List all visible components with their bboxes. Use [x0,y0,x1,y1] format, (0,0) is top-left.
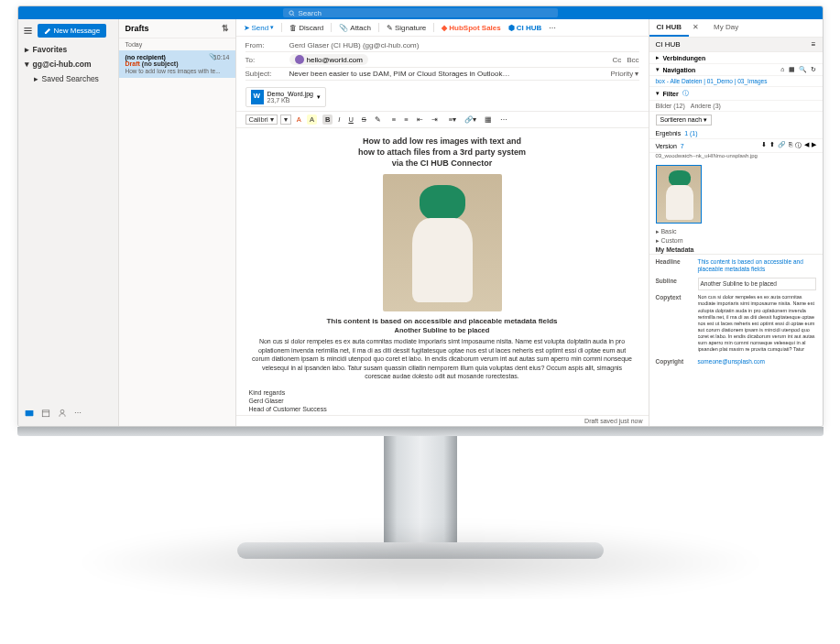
body-headline-2: how to attach files from a 3rd party sys… [249,147,636,158]
cc-button[interactable]: Cc [612,56,621,64]
panel-tab-close[interactable]: ✕ [685,19,706,37]
to-field[interactable]: To: hello@world.com CcBcc [245,52,639,68]
link-icon[interactable]: 🔗 [778,141,786,150]
panel-result: Ergebnis 1 (1) [649,128,823,139]
underline-button[interactable]: U [345,115,355,125]
panel-connections[interactable]: ▸Verbindungen [649,52,823,64]
meta-custom[interactable]: ▸ Custom [649,236,823,246]
nav-more-icon[interactable]: ⋯ [74,409,82,418]
hamburger-icon[interactable] [23,26,33,36]
nav-account[interactable]: ▾gg@ci-hub.com [23,57,114,71]
draft-item[interactable]: (no recipient) 📎 Draft (no subject) 10:1… [119,50,235,78]
body-headline-3: via the CI HUB Connector [249,158,636,169]
global-search[interactable]: Search [283,8,558,17]
panel-navigation[interactable]: ▾Navigation ⌂ ▦ 🔍 ↻ [649,64,823,76]
filter-icon[interactable]: ⇅ [222,24,229,33]
clear-format[interactable]: ✎ [372,115,384,125]
meta-mymetadata[interactable]: My Metadata [649,246,823,254]
link[interactable]: 🔗▾ [462,115,479,125]
recipient-pill[interactable]: hello@world.com [289,54,368,65]
meta-subline-value[interactable]: Another Subline to be placed [698,278,816,290]
sort-select[interactable]: Sortieren nach ▾ [656,115,712,126]
compose-toolbar: ➤Send▾ 🗑Discard 📎Attach ✎Signature ◆HubS… [236,19,649,37]
info-icon[interactable]: ⓘ [795,141,802,150]
subject-field[interactable]: Subject: Never been easier to use DAM, P… [245,68,639,81]
panel-breadcrumbs[interactable]: box - Alle Dateien | 01_Demo | 03_Images [649,76,823,87]
priority-button[interactable]: Priority ▾ [610,70,638,78]
place-icon[interactable]: ⎘ [789,141,792,150]
refresh-icon[interactable]: ↻ [811,66,816,73]
bcc-button[interactable]: Bcc [627,56,638,64]
meta-basic[interactable]: ▸ Basic [649,227,823,236]
send-button[interactable]: ➤Send▾ [244,24,275,32]
meta-headline-value[interactable]: This content is based on accessible and … [698,258,816,274]
nav-saved-searches[interactable]: ▸Saved Searches [23,71,114,86]
draft-time: 10:14 [213,54,230,60]
chevron-down-icon[interactable]: ▾ [317,93,321,101]
svg-point-3 [60,409,64,413]
strike-button[interactable]: S [359,115,369,125]
from-field[interactable]: From: Gerd Glaser (CI HUB) (gg@ci-hub.co… [245,39,639,52]
discard-button[interactable]: 🗑Discard [289,24,323,32]
nav-favorites[interactable]: ▸Favorites [23,42,114,57]
message-list: Drafts ⇅ Today (no recipient) 📎 Draft (n… [119,19,236,426]
draft-status: Draft saved just now [236,415,649,426]
grid-icon[interactable]: ▦ [789,66,795,73]
next-icon[interactable]: ▶ [812,141,816,150]
cihub-addin[interactable]: ⬢CI HUB [508,24,542,32]
attach-button[interactable]: 📎Attach [339,24,371,32]
body-headline-1: How to add low res images with text and [249,136,636,147]
download-icon[interactable]: ⬇ [761,141,767,150]
align[interactable]: ≡▾ [446,115,459,125]
calendar-icon[interactable] [41,409,50,418]
word-file-icon [251,90,264,104]
people-icon[interactable] [58,409,67,418]
compose-icon [44,27,51,35]
filter-images[interactable]: Bilder (12) [656,103,685,109]
drafts-group-today: Today [119,38,235,50]
meta-headline-label: Headline [656,258,694,274]
drafts-header: Drafts ⇅ [119,19,235,38]
inline-image[interactable] [383,174,502,311]
panel-filter[interactable]: ▾Filterⓘ [649,87,823,101]
panel-menu-icon[interactable]: ≡ [812,40,816,49]
sig-title: Head of Customer Success [249,405,636,413]
draft-tag: Draft [125,60,140,67]
sig-name: Gerd Glaser [249,397,636,405]
bold-button[interactable]: B [322,115,333,125]
panel-tab-myday[interactable]: My Day [706,19,746,37]
search-icon[interactable]: 🔍 [799,66,807,73]
home-icon[interactable]: ⌂ [780,66,784,73]
filter-other[interactable]: Andere (3) [691,103,721,109]
body-paragraph: Non cus si dolor rempeles es ex auta com… [249,337,636,380]
table[interactable]: ▦ [482,115,495,125]
italic-button[interactable]: I [335,115,343,125]
indent[interactable]: ⇥ [429,115,441,125]
meta-copytext-value[interactable]: Non cus si dolor rempeles es ex auta com… [698,294,816,355]
bullets[interactable]: ≡ [389,115,398,125]
font-color[interactable]: A [294,115,304,125]
outdent[interactable]: ⇤ [414,115,426,125]
size-select[interactable]: ▾ [280,115,291,125]
meta-copytext-label: Copytext [656,294,694,355]
font-select[interactable]: Calibri ▾ [245,115,278,125]
new-message-button[interactable]: New Message [38,24,107,38]
body-caption: This content is based on accessible and … [249,317,636,325]
more-icon[interactable]: ⋯ [549,24,556,32]
signature-button[interactable]: ✎Signature [387,24,426,32]
attachment-chip[interactable]: Demo_Word.jpg23,7 KB ▾ [245,87,326,107]
highlight-color[interactable]: A [307,115,317,125]
svg-point-0 [289,10,292,14]
upload-icon[interactable]: ⬆ [769,141,775,150]
more-format[interactable]: ⋯ [497,115,510,125]
prev-icon[interactable]: ◀ [804,141,809,150]
hubspot-addin[interactable]: ◆HubSpot Sales [442,24,500,32]
svg-rect-1 [25,410,33,416]
message-body[interactable]: How to add low res images with text and … [236,128,649,415]
asset-thumbnail[interactable] [656,165,702,224]
mail-icon[interactable] [25,409,34,418]
numbering[interactable]: ≡ [401,115,410,125]
meta-copyright-value[interactable]: someone@unsplash.com [698,358,816,366]
panel-filters: Bilder (12) Andere (3) [649,101,823,112]
panel-tab-cihub[interactable]: CI HUB [649,19,690,37]
